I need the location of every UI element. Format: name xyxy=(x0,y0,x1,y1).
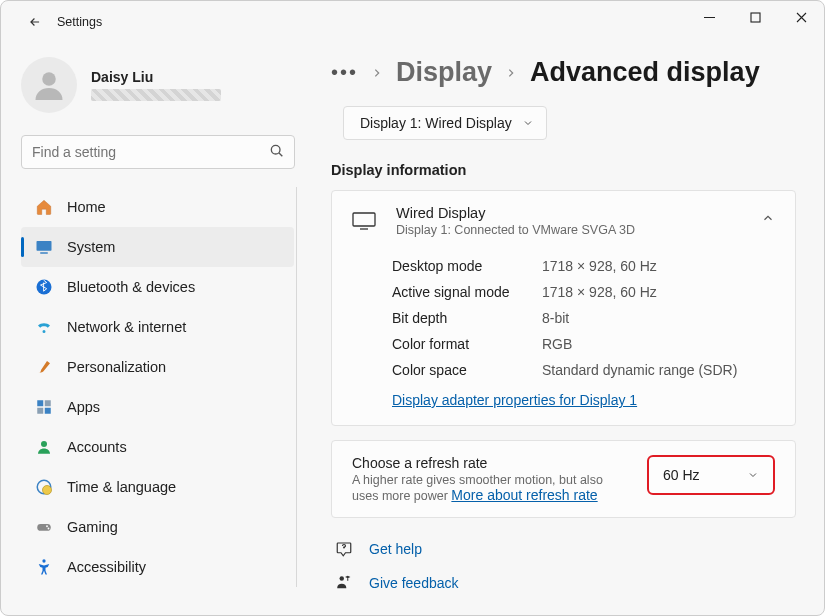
more-about-refresh-link[interactable]: More about refresh rate xyxy=(451,487,597,503)
give-feedback-link[interactable]: Give feedback xyxy=(331,566,796,600)
svg-point-3 xyxy=(271,145,280,154)
chevron-right-icon xyxy=(506,66,516,80)
sidebar-item-system[interactable]: System xyxy=(21,227,294,267)
get-help-label: Get help xyxy=(369,541,422,557)
svg-point-11 xyxy=(41,441,47,447)
chevron-right-icon xyxy=(372,66,382,80)
info-row-color-space: Color spaceStandard dynamic range (SDR) xyxy=(392,357,775,383)
sidebar-item-label: System xyxy=(67,239,115,255)
sidebar-item-time[interactable]: Time & language xyxy=(21,467,294,507)
apps-icon xyxy=(35,398,53,416)
sidebar-item-accounts[interactable]: Accounts xyxy=(21,427,294,467)
svg-rect-5 xyxy=(40,252,48,254)
display-selector-dropdown[interactable]: Display 1: Wired Display xyxy=(343,106,547,140)
svg-rect-7 xyxy=(37,400,43,406)
footer-links: Get help Give feedback xyxy=(331,532,796,600)
give-feedback-label: Give feedback xyxy=(369,575,459,591)
info-row-color-format: Color formatRGB xyxy=(392,331,775,357)
wifi-icon xyxy=(35,318,53,336)
svg-rect-10 xyxy=(45,408,51,414)
avatar xyxy=(21,57,77,113)
minimize-button[interactable] xyxy=(686,1,732,33)
display-info-rows: Desktop mode1718 × 928, 60 Hz Active sig… xyxy=(332,251,795,425)
sidebar: Daisy Liu Home System xyxy=(1,43,311,616)
search-icon xyxy=(269,143,285,159)
refresh-rate-value: 60 Hz xyxy=(663,467,700,483)
nav: Home System Bluetooth & devices Network … xyxy=(21,187,311,587)
refresh-rate-title: Choose a refresh rate xyxy=(352,455,631,471)
back-button[interactable] xyxy=(25,12,45,32)
svg-rect-4 xyxy=(37,241,52,251)
svg-rect-1 xyxy=(751,13,760,22)
monitor-icon xyxy=(352,212,376,230)
search-input[interactable] xyxy=(21,135,295,169)
svg-rect-14 xyxy=(37,524,51,531)
sidebar-item-label: Accessibility xyxy=(67,559,146,575)
profile[interactable]: Daisy Liu xyxy=(21,49,311,123)
sidebar-item-accessibility[interactable]: Accessibility xyxy=(21,547,294,587)
svg-point-17 xyxy=(42,559,45,562)
profile-email-redacted xyxy=(91,89,221,101)
svg-point-20 xyxy=(340,576,345,581)
refresh-rate-card: Choose a refresh rate A higher rate give… xyxy=(331,440,796,518)
refresh-rate-dropdown[interactable]: 60 Hz xyxy=(647,455,775,495)
search-box xyxy=(21,135,295,169)
breadcrumb-link-display[interactable]: Display xyxy=(396,57,492,88)
info-row-bit-depth: Bit depth8-bit xyxy=(392,305,775,331)
breadcrumb-current: Advanced display xyxy=(530,57,760,88)
window-controls xyxy=(686,1,824,33)
svg-rect-18 xyxy=(353,213,375,226)
display-info-subtitle: Display 1: Connected to VMware SVGA 3D xyxy=(396,223,635,237)
breadcrumb-overflow-button[interactable]: ••• xyxy=(331,61,358,84)
sidebar-item-home[interactable]: Home xyxy=(21,187,294,227)
sidebar-item-bluetooth[interactable]: Bluetooth & devices xyxy=(21,267,294,307)
svg-point-13 xyxy=(43,486,52,495)
person-icon xyxy=(35,438,53,456)
help-chat-icon xyxy=(335,540,353,558)
svg-point-15 xyxy=(46,525,48,527)
accessibility-icon xyxy=(35,558,53,576)
sidebar-item-label: Accounts xyxy=(67,439,127,455)
close-button[interactable] xyxy=(778,1,824,33)
sidebar-item-gaming[interactable]: Gaming xyxy=(21,507,294,547)
adapter-properties-link[interactable]: Display adapter properties for Display 1 xyxy=(392,392,637,408)
paintbrush-icon xyxy=(35,358,53,376)
sidebar-item-label: Time & language xyxy=(67,479,176,495)
sidebar-item-apps[interactable]: Apps xyxy=(21,387,294,427)
chevron-up-icon xyxy=(761,211,775,225)
get-help-link[interactable]: Get help xyxy=(331,532,796,566)
sidebar-item-label: Network & internet xyxy=(67,319,186,335)
display-selector-value: Display 1: Wired Display xyxy=(360,115,512,131)
sidebar-item-label: Apps xyxy=(67,399,100,415)
svg-point-16 xyxy=(48,528,50,530)
bluetooth-icon xyxy=(35,278,53,296)
profile-name: Daisy Liu xyxy=(91,69,221,85)
display-info-card: Wired Display Display 1: Connected to VM… xyxy=(331,190,796,426)
sidebar-item-label: Bluetooth & devices xyxy=(67,279,195,295)
sidebar-item-network[interactable]: Network & internet xyxy=(21,307,294,347)
svg-rect-8 xyxy=(45,400,51,406)
gamepad-icon xyxy=(35,518,53,536)
system-icon xyxy=(35,238,53,256)
settings-window: Settings Daisy Liu xyxy=(0,0,825,616)
sidebar-item-personalization[interactable]: Personalization xyxy=(21,347,294,387)
section-heading: Display information xyxy=(331,162,796,178)
svg-rect-0 xyxy=(704,17,715,18)
main-content: ••• Display Advanced display Display 1: … xyxy=(311,43,824,616)
chevron-down-icon xyxy=(747,469,759,481)
breadcrumb: ••• Display Advanced display xyxy=(331,57,796,88)
refresh-rate-subtitle: A higher rate gives smoother motion, but… xyxy=(352,473,631,503)
info-row-active-signal: Active signal mode1718 × 928, 60 Hz xyxy=(392,279,775,305)
titlebar: Settings xyxy=(1,1,824,43)
chevron-down-icon xyxy=(522,117,534,129)
feedback-icon xyxy=(335,574,353,592)
sidebar-item-label: Personalization xyxy=(67,359,166,375)
display-info-title: Wired Display xyxy=(396,205,635,221)
svg-point-2 xyxy=(42,72,56,86)
sidebar-item-label: Gaming xyxy=(67,519,118,535)
window-title: Settings xyxy=(57,15,102,29)
maximize-button[interactable] xyxy=(732,1,778,33)
clock-globe-icon xyxy=(35,478,53,496)
display-info-header[interactable]: Wired Display Display 1: Connected to VM… xyxy=(332,191,795,251)
sidebar-item-label: Home xyxy=(67,199,106,215)
